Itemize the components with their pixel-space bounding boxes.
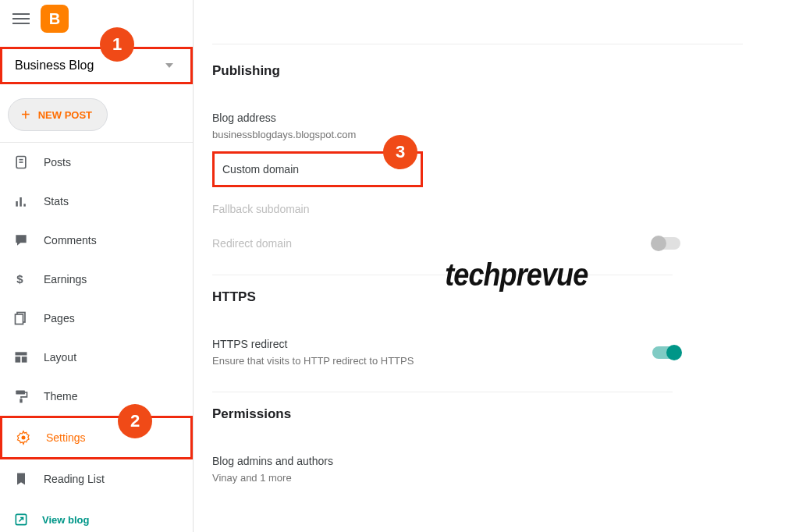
sidebar-item-layout[interactable]: Layout [0,338,193,377]
new-post-button[interactable]: + NEW POST [8,98,108,131]
annotation-badge-3: 3 [383,135,417,169]
svg-rect-12 [16,391,25,395]
sidebar-item-settings[interactable]: Settings 2 [0,416,193,459]
publishing-section-title: Publishing [212,63,680,79]
annotation-badge-2: 2 [118,404,152,438]
sidebar-item-label: Reading List [44,473,105,485]
paint-roller-icon [12,388,30,405]
sidebar-item-reading-list[interactable]: Reading List [0,459,193,498]
svg-text:$: $ [16,272,23,286]
blog-selector-dropdown[interactable]: Business Blog [0,47,193,84]
chevron-down-icon [165,63,173,68]
watermark: techprevue [445,257,588,293]
sidebar-item-comments[interactable]: Comments [0,221,193,260]
view-blog-label: View blog [42,514,89,526]
fallback-subdomain-row: Fallback subdomain [212,192,680,226]
blog-address-label: Blog address [212,112,680,124]
sidebar-item-label: Layout [44,351,76,364]
svg-rect-5 [23,204,26,206]
fallback-subdomain-label: Fallback subdomain [212,203,680,215]
redirect-domain-label: Redirect domain [212,237,292,250]
external-link-icon [12,511,30,528]
sidebar-item-stats[interactable]: Stats [0,182,193,221]
https-redirect-row[interactable]: HTTPS redirect Ensure that visits to HTT… [212,327,680,378]
svg-rect-11 [22,356,27,363]
blog-admins-label: Blog admins and authors [212,455,680,467]
blog-admins-value: Vinay and 1 more [212,472,680,484]
layout-icon [12,349,30,366]
view-blog-link[interactable]: View blog [0,503,193,532]
sidebar-item-theme[interactable]: Theme [0,377,193,416]
sidebar-item-label: Earnings [44,273,87,286]
https-redirect-label: HTTPS redirect [212,338,414,350]
svg-rect-9 [16,352,27,355]
redirect-domain-toggle [652,237,680,250]
svg-rect-4 [20,197,22,207]
dollar-icon: $ [12,271,30,288]
comment-icon [12,232,30,249]
bar-chart-icon [12,193,30,210]
custom-domain-label: Custom domain [222,163,413,176]
permissions-section-title: Permissions [212,406,680,422]
sidebar-item-label: Comments [44,234,97,246]
https-redirect-description: Ensure that visits to HTTP redirect to H… [212,355,414,367]
sidebar-item-earnings[interactable]: $ Earnings [0,260,193,299]
sidebar-item-label: Settings [46,431,86,444]
sidebar-item-label: Posts [44,156,71,168]
blog-admins-row[interactable]: Blog admins and authors Vinay and 1 more [212,444,680,495]
sidebar-item-pages[interactable]: Pages [0,299,193,338]
document-icon [12,154,30,171]
blog-address-value: businessblogdays.blogspot.com [212,129,680,140]
blog-address-row[interactable]: Blog address businessblogdays.blogspot.c… [212,101,680,151]
sidebar-item-label: Stats [44,195,69,207]
pages-icon [12,310,30,327]
sidebar-item-label: Theme [44,390,78,403]
svg-rect-13 [20,399,22,403]
svg-rect-8 [16,314,23,325]
gear-icon [15,429,32,446]
svg-rect-3 [16,201,18,207]
sidebar-item-label: Pages [44,312,75,325]
bookmark-icon [12,470,30,488]
plus-icon: + [21,107,30,122]
sidebar-item-posts[interactable]: Posts [0,143,193,182]
selected-blog-name: Business Blog [15,59,94,73]
https-redirect-toggle[interactable] [652,346,680,359]
svg-rect-10 [16,356,21,363]
sidebar: 1 Business Blog + NEW POST Posts Stats C… [0,0,194,532]
annotation-badge-1: 1 [100,27,134,62]
new-post-label: NEW POST [38,109,92,121]
redirect-domain-row: Redirect domain [212,226,680,261]
custom-domain-row[interactable]: 3 Custom domain [212,151,423,187]
svg-point-14 [22,436,26,440]
